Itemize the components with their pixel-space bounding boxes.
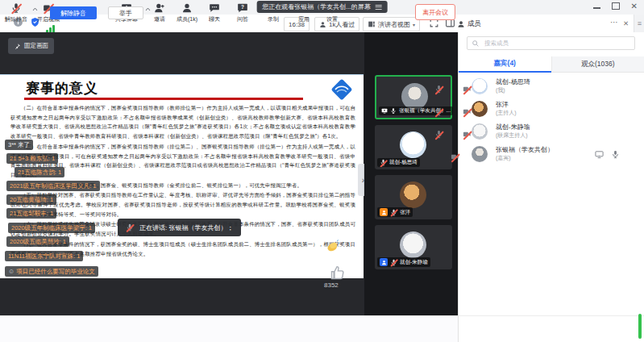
search-icon (472, 40, 480, 48)
mic-muted-icon[interactable] (434, 107, 443, 116)
avatar (400, 181, 426, 208)
bullet-comment: 2020级五年制临床医学梁宇: 1 (8, 223, 95, 233)
mic-muted-icon[interactable] (434, 130, 443, 139)
mic-muted-icon (390, 259, 397, 266)
bullet-comment: 21五临陈含韵: 1 (15, 167, 64, 177)
doc-paragraph: （二）在符合基本申报条件的情况下，国赛金奖项目指导教师（教师排位第一）作为主持人… (10, 103, 355, 141)
mic-muted-icon (10, 2, 22, 14)
doc-paragraph: （五）鼓励学校对国赛、省赛获奖项目指导教师在工作量认定、年度考核、职称评审、评优… (10, 190, 355, 219)
speaking-toast: 正在讲话: 张银福（学友共创）； (118, 219, 241, 236)
thumbs-up-button[interactable] (329, 265, 346, 282)
pin-screen-button[interactable]: 固定画面 (8, 38, 54, 54)
member-tabs: 嘉宾(4) 观众(1036) (459, 56, 644, 73)
person-plus-icon (154, 2, 165, 14)
member-role: (联席主持人) (496, 131, 528, 140)
tile-name: 就创-杨思琦 (389, 159, 418, 166)
member-row[interactable]: 就创-朱静瑜 (联席主持人) (459, 120, 644, 143)
mic-muted-icon (126, 223, 134, 231)
screen-share-area: 固定画面 赛事的意义 （二）在符合基本申报条件的情况下，国赛金奖项目指导教师（教… (0, 32, 364, 315)
panel-close-icon[interactable]: ✕ (623, 19, 629, 27)
document-title: 赛事的意义 (26, 79, 98, 98)
screen-share-icon[interactable] (595, 150, 604, 159)
bullet-comment: 21 5+3 赖东弘: 1 (6, 153, 58, 164)
members-panel-title: 成员 (467, 19, 481, 29)
qa-label: 问答 (237, 15, 248, 23)
bullet-comment: 3** 来了 (5, 140, 33, 150)
member-name: 就创-朱静瑜 (496, 123, 530, 131)
close-button[interactable]: ✕ (631, 2, 638, 10)
watching-banner: 您正在观看张银福（学友共创...的屏幕 (256, 1, 388, 13)
collapse-strip-handle[interactable]: › (358, 164, 364, 196)
pin-icon (14, 43, 21, 50)
member-role: (我) (496, 86, 505, 94)
camera-muted-icon[interactable] (451, 152, 459, 161)
svg-text:?: ? (241, 4, 244, 10)
member-name: 张银福（学友共创） (496, 145, 554, 154)
mic-on-icon[interactable] (611, 150, 620, 159)
avatar (472, 101, 488, 117)
invite-label: 邀请 (154, 15, 165, 23)
tile-label: 就创-朱静瑜 (377, 257, 430, 267)
mic-muted-icon (380, 159, 387, 166)
chat-icon (209, 2, 220, 14)
minimize-button[interactable] (593, 7, 600, 9)
member-search-box[interactable] (467, 36, 635, 50)
bullet-comment: 21五临邹毅丰: 1 (6, 208, 56, 219)
camera-muted-icon[interactable] (463, 107, 472, 116)
screen-share-icon (381, 107, 388, 115)
mic-muted-icon[interactable] (434, 85, 443, 94)
question-icon: ? (237, 2, 248, 14)
bullet-comment: 11N11福医东宁队对宣姝: 1 (5, 251, 83, 261)
member-role: (主持人) (496, 109, 517, 117)
mic-on-icon (390, 107, 397, 115)
tile-name: 张洋 (400, 209, 410, 216)
mic-muted-icon (390, 209, 397, 216)
video-strip: 张银福（学友共创）... 就创-杨思琦 张洋 (364, 32, 458, 315)
member-name: 就创-杨思琦 (496, 77, 530, 86)
tile-label: 就创-杨思琦 (377, 158, 420, 167)
tab-guests[interactable]: 嘉宾(4) (459, 56, 551, 73)
avatar (472, 78, 488, 94)
speaking-toast-text: 正在讲话: 张银福（学友共创）； (139, 223, 233, 232)
title-underline (24, 98, 303, 100)
watching-banner-text: 您正在观看张银福（学友共创...的屏幕 (262, 2, 371, 11)
member-row[interactable]: 张洋 (主持人) (459, 98, 644, 120)
search-input[interactable] (483, 39, 630, 48)
member-row[interactable]: 张银福（学友共创） (嘉宾) (459, 143, 644, 165)
panel-unmute-button[interactable]: 解除静音 (50, 6, 97, 19)
avatar (400, 231, 426, 258)
apps-label: 应用 (298, 15, 310, 23)
clap-emoji (326, 239, 340, 253)
like-count: 8352 (324, 282, 339, 289)
smiley-icon: ☺ (8, 268, 15, 275)
contest-logo (328, 77, 355, 102)
restore-button[interactable] (612, 2, 620, 10)
leave-meeting-button[interactable]: 离开会议 (415, 4, 455, 20)
tab-audience[interactable]: 观众(1036) (551, 56, 644, 73)
bullet-comment: ☺项目已经什么要写的毕业论文 (5, 266, 98, 277)
panel-more-icon[interactable]: ⋯ (610, 18, 618, 27)
tile-name: 就创-朱静瑜 (400, 259, 428, 266)
view-mode-selector[interactable]: 演讲者视图 ▾ (363, 17, 420, 31)
video-tile-zhujingyu[interactable]: 就创-朱静瑜 (375, 225, 452, 269)
unmute-label: 解除静音 (5, 15, 27, 23)
video-tile-zhangyang[interactable]: 张洋 (375, 175, 452, 219)
member-row[interactable]: 就创-杨思琦 (我) (459, 75, 644, 98)
raise-hand-button[interactable]: 举手 (108, 6, 143, 19)
bullet-comment: 20五临黄蕴琦: 1 (6, 194, 56, 205)
host-badge (380, 208, 388, 216)
bullet-comment-text: 项目已经什么要写的毕业论文 (16, 268, 95, 275)
pin-screen-label: 固定画面 (24, 42, 48, 50)
banner-menu-icon[interactable] (376, 3, 382, 10)
avatar (472, 123, 488, 140)
avatar (400, 131, 426, 158)
members-panel: 嘉宾(4) 观众(1036) 就创-杨思琦 (我) 张洋 (主持人) (458, 32, 644, 315)
bottom-toolbar (0, 315, 458, 342)
camera-muted-icon[interactable] (463, 130, 472, 139)
panel-handle-icon[interactable]: ≡ (634, 15, 644, 32)
bullet-comment: 2021级五年制临床医学田义凡: 1 (6, 181, 100, 191)
members-header-icon (457, 20, 465, 28)
settings-label: 设置 (326, 15, 338, 23)
tile-label: 张洋 (377, 207, 413, 217)
camera-muted-icon[interactable] (463, 85, 472, 94)
